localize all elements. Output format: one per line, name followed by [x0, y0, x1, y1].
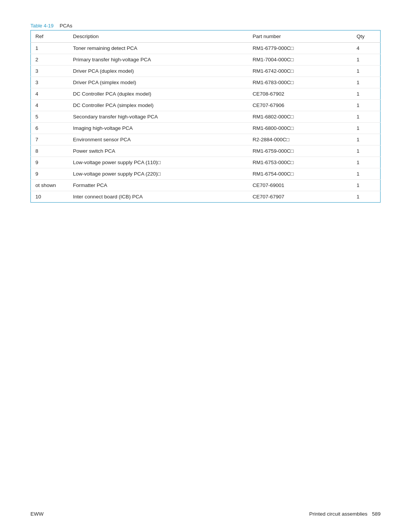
parts-table: Ref Description Part number Qty 1Toner r…: [30, 30, 381, 203]
table-row: 9Low-voltage power supply PCA (220)□RM1-…: [31, 168, 381, 180]
cell-ref: 1: [31, 43, 68, 54]
cell-part-number: RM1-6753-000C□: [248, 157, 352, 168]
cell-part-number: RM1-6800-000C□: [248, 123, 352, 134]
page-footer: EWW Printed circuit assemblies 589: [30, 511, 381, 517]
cell-ref: 10: [31, 191, 68, 203]
cell-part-number: RM1-6783-000C□: [248, 77, 352, 88]
cell-description: Power switch PCA: [68, 145, 248, 157]
cell-description: Formatter PCA: [68, 180, 248, 191]
table-header-row: Ref Description Part number Qty: [31, 30, 381, 43]
cell-qty: 1: [352, 157, 381, 168]
table-row: 7Environment sensor PCAR2-2884-000C□1: [31, 134, 381, 145]
cell-description: Primary transfer high-voltage PCA: [68, 54, 248, 66]
cell-description: Toner remaining detect PCA: [68, 43, 248, 54]
table-row: ot shownFormatter PCACE707-690011: [31, 180, 381, 191]
cell-part-number: RM1-6742-000C□: [248, 66, 352, 77]
cell-description: DC Controller PCA (duplex model): [68, 88, 248, 100]
table-row: 2Primary transfer high-voltage PCARM1-70…: [31, 54, 381, 66]
table-row: 6Imaging high-voltage PCARM1-6800-000C□1: [31, 123, 381, 134]
cell-description: DC Controller PCA (simplex model): [68, 100, 248, 111]
cell-ref: ot shown: [31, 180, 68, 191]
table-row: 5Secondary transfer high-voltage PCARM1-…: [31, 111, 381, 123]
col-header-part-number: Part number: [248, 30, 352, 43]
cell-qty: 1: [352, 145, 381, 157]
cell-ref: 5: [31, 111, 68, 123]
table-row: 8Power switch PCARM1-6759-000C□1: [31, 145, 381, 157]
cell-part-number: RM1-6754-000C□: [248, 168, 352, 180]
cell-ref: 2: [31, 54, 68, 66]
cell-qty: 1: [352, 88, 381, 100]
cell-ref: 8: [31, 145, 68, 157]
cell-part-number: RM1-6802-000C□: [248, 111, 352, 123]
cell-description: Driver PCA (simplex model): [68, 77, 248, 88]
cell-description: Inter connect board (ICB) PCA: [68, 191, 248, 203]
cell-qty: 1: [352, 168, 381, 180]
table-row: 4DC Controller PCA (simplex model)CE707-…: [31, 100, 381, 111]
cell-qty: 1: [352, 134, 381, 145]
table-number: Table 4-19: [30, 23, 54, 29]
cell-ref: 9: [31, 157, 68, 168]
cell-qty: 1: [352, 54, 381, 66]
cell-qty: 1: [352, 180, 381, 191]
footer-page-number: 589: [372, 511, 381, 517]
table-row: 9Low-voltage power supply PCA (110)□RM1-…: [31, 157, 381, 168]
cell-description: Imaging high-voltage PCA: [68, 123, 248, 134]
table-row: 10Inter connect board (ICB) PCACE707-679…: [31, 191, 381, 203]
table-row: 3Driver PCA (duplex model)RM1-6742-000C□…: [31, 66, 381, 77]
cell-qty: 1: [352, 66, 381, 77]
table-row: 4DC Controller PCA (duplex model)CE708-6…: [31, 88, 381, 100]
cell-qty: 1: [352, 123, 381, 134]
cell-ref: 3: [31, 77, 68, 88]
cell-part-number: CE707-69001: [248, 180, 352, 191]
col-header-ref: Ref: [31, 30, 68, 43]
cell-ref: 4: [31, 88, 68, 100]
cell-description: Low-voltage power supply PCA (220)□: [68, 168, 248, 180]
cell-part-number: RM1-6779-000C□: [248, 43, 352, 54]
table-row: 1Toner remaining detect PCARM1-6779-000C…: [31, 43, 381, 54]
cell-ref: 7: [31, 134, 68, 145]
cell-qty: 1: [352, 191, 381, 203]
col-header-qty: Qty: [352, 30, 381, 43]
footer-section-title: Printed circuit assemblies: [309, 511, 367, 517]
cell-ref: 4: [31, 100, 68, 111]
footer-left: EWW: [30, 511, 44, 517]
footer-right: Printed circuit assemblies 589: [309, 511, 381, 517]
table-title: PCAs: [60, 23, 72, 29]
cell-qty: 1: [352, 111, 381, 123]
col-header-description: Description: [68, 30, 248, 43]
cell-description: Secondary transfer high-voltage PCA: [68, 111, 248, 123]
cell-description: Driver PCA (duplex model): [68, 66, 248, 77]
cell-description: Low-voltage power supply PCA (110)□: [68, 157, 248, 168]
cell-qty: 1: [352, 77, 381, 88]
cell-qty: 1: [352, 100, 381, 111]
cell-ref: 6: [31, 123, 68, 134]
cell-part-number: CE707-67906: [248, 100, 352, 111]
cell-qty: 4: [352, 43, 381, 54]
table-body: 1Toner remaining detect PCARM1-6779-000C…: [31, 43, 381, 203]
table-label: Table 4-19 PCAs: [30, 23, 381, 29]
cell-part-number: R2-2884-000C□: [248, 134, 352, 145]
table-row: 3Driver PCA (simplex model)RM1-6783-000C…: [31, 77, 381, 88]
cell-part-number: CE707-67907: [248, 191, 352, 203]
page-content: Table 4-19 PCAs Ref Description Part num…: [0, 0, 411, 233]
cell-part-number: RM1-6759-000C□: [248, 145, 352, 157]
cell-part-number: CE708-67902: [248, 88, 352, 100]
cell-ref: 3: [31, 66, 68, 77]
cell-ref: 9: [31, 168, 68, 180]
cell-description: Environment sensor PCA: [68, 134, 248, 145]
cell-part-number: RM1-7004-000C□: [248, 54, 352, 66]
